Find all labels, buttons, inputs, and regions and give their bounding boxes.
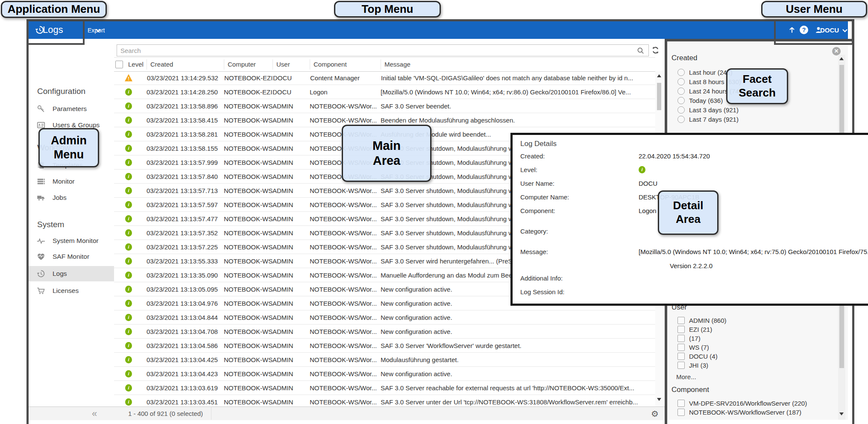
cell-computer: NOTEBOOK-WS bbox=[224, 131, 273, 138]
table-row[interactable]: 03/23/2021 13:14:29.532 NOTEBOOK-EZI DOC… bbox=[114, 71, 655, 85]
facet-option[interactable]: Last 7 days (921) bbox=[674, 114, 815, 124]
table-row[interactable]: 03/23/2021 13:13:04.586 NOTEBOOK-WS ADMI… bbox=[114, 339, 655, 353]
scrollbar-thumb[interactable] bbox=[657, 83, 661, 110]
menu-item-export[interactable]: Export bbox=[88, 27, 105, 34]
table-row[interactable]: 03/23/2021 13:13:04.844 NOTEBOOK-WS ADMI… bbox=[114, 310, 655, 325]
column-header-level[interactable]: Level bbox=[125, 59, 147, 70]
search-icon[interactable] bbox=[636, 47, 645, 55]
cell-created: 03/23/2021 13:13:04.425 bbox=[147, 356, 224, 363]
scroll-down-icon[interactable] bbox=[657, 398, 661, 401]
cell-user: ADMIN bbox=[273, 117, 310, 124]
upload-arrow-icon[interactable] bbox=[787, 25, 797, 35]
app-menu-title[interactable]: Logs bbox=[43, 24, 63, 35]
column-header-user[interactable]: User bbox=[273, 59, 310, 70]
level-icon bbox=[125, 286, 132, 293]
level-icon bbox=[125, 314, 132, 321]
sidebar-item-licenses[interactable]: Licenses bbox=[36, 283, 112, 298]
sidebar-item-monitor[interactable]: Monitor bbox=[36, 174, 112, 189]
column-header-created[interactable]: Created bbox=[147, 59, 224, 70]
collapse-sidebar-button[interactable]: « bbox=[92, 408, 97, 419]
cell-created: 03/23/2021 13:13:04.423 bbox=[147, 370, 224, 377]
table-row[interactable]: 03/23/2021 13:13:58.896 NOTEBOOK-WS ADMI… bbox=[114, 99, 655, 113]
facet-option[interactable]: WS (7) bbox=[674, 343, 815, 352]
scroll-down-icon[interactable] bbox=[839, 412, 844, 415]
cell-message: Beenden der Modulausführung abgeschlosse… bbox=[381, 117, 655, 124]
cell-user: ADMIN bbox=[273, 187, 310, 194]
checkbox-icon[interactable] bbox=[677, 353, 685, 360]
cell-computer: NOTEBOOK-WS bbox=[224, 356, 273, 363]
more-link[interactable]: More... bbox=[676, 373, 696, 380]
checkbox-icon[interactable] bbox=[677, 362, 685, 369]
radio-button-icon[interactable] bbox=[677, 88, 685, 95]
facet-option[interactable]: ADMIN (860) bbox=[674, 316, 815, 325]
cell-computer: NOTEBOOK-WS bbox=[224, 300, 273, 307]
pulse-icon bbox=[36, 236, 46, 246]
radio-button-icon[interactable] bbox=[677, 116, 685, 123]
column-header-message[interactable]: Message bbox=[381, 59, 655, 70]
table-row[interactable]: 03/23/2021 13:13:03.619 NOTEBOOK-WS ADMI… bbox=[114, 381, 655, 395]
user-menu-label[interactable]: DOCU bbox=[820, 26, 839, 34]
checkbox-icon[interactable] bbox=[677, 344, 685, 351]
scroll-up-icon[interactable] bbox=[657, 74, 661, 77]
search-input[interactable] bbox=[117, 44, 649, 56]
checkbox-icon[interactable] bbox=[677, 317, 685, 324]
checkbox-icon[interactable] bbox=[677, 400, 685, 407]
field-label: Additional Info: bbox=[520, 275, 563, 282]
facet-title-created: Created bbox=[672, 54, 697, 62]
key-icon bbox=[36, 104, 46, 114]
table-row[interactable]: 03/23/2021 13:13:03.451 NOTEBOOK-WS ADMI… bbox=[114, 395, 655, 406]
column-header-computer[interactable]: Computer bbox=[224, 59, 273, 70]
cell-component: NOTEBOOK-WS/Wor... bbox=[310, 243, 381, 251]
sidebar-item-system-monitor[interactable]: System Monitor bbox=[36, 233, 112, 249]
refresh-icon[interactable] bbox=[651, 45, 660, 55]
radio-button-icon[interactable] bbox=[677, 78, 685, 85]
select-all-checkbox[interactable] bbox=[115, 61, 123, 68]
table-row[interactable]: 03/23/2021 13:14:28.250 NOTEBOOK-EZI DOC… bbox=[114, 85, 655, 99]
facet-user-options[interactable]: ADMIN (860) EZI (21) (17) WS (7) DOCU (4… bbox=[674, 316, 815, 370]
cell-computer: NOTEBOOK-EZI bbox=[224, 88, 273, 96]
gear-icon[interactable]: ⚙ bbox=[651, 409, 659, 419]
level-icon bbox=[125, 88, 132, 96]
radio-button-icon[interactable] bbox=[677, 106, 685, 114]
checkbox-icon[interactable] bbox=[677, 335, 685, 342]
close-icon[interactable]: ✕ bbox=[832, 47, 841, 56]
level-icon bbox=[125, 342, 132, 349]
cell-component: NOTEBOOK-WS/Wor... bbox=[310, 215, 381, 222]
scroll-up-icon[interactable] bbox=[839, 57, 844, 60]
sidebar-item-logs[interactable]: Logs bbox=[29, 266, 122, 281]
facet-option[interactable]: EZI (21) bbox=[674, 325, 815, 334]
cell-created: 03/23/2021 13:13:57.225 bbox=[147, 243, 224, 251]
help-icon[interactable]: ? bbox=[800, 26, 808, 34]
cell-user: ADMIN bbox=[273, 229, 310, 237]
facet-option[interactable]: DOCU (4) bbox=[674, 352, 815, 361]
facet-option[interactable]: Last 3 days (921) bbox=[674, 105, 815, 114]
radio-button-icon[interactable] bbox=[677, 97, 685, 104]
cell-component: NOTEBOOK-WS/Wor... bbox=[310, 201, 381, 208]
cell-user: ADMIN bbox=[273, 286, 310, 293]
checkbox-icon[interactable] bbox=[677, 409, 685, 416]
sidebar-item-label: Licenses bbox=[53, 287, 79, 295]
level-icon bbox=[125, 131, 132, 138]
cell-computer: NOTEBOOK-WS bbox=[224, 342, 273, 349]
facet-option[interactable]: VM-DPE-SRV2016/WorkflowServer (220) bbox=[674, 399, 836, 408]
sidebar-item-saf-monitor[interactable]: SAF Monitor bbox=[36, 249, 112, 264]
radio-button-icon[interactable] bbox=[677, 69, 685, 76]
facet-option[interactable]: NOTEBOOK-WS/WorkflowServer (187) bbox=[674, 408, 836, 417]
facet-option[interactable]: JHI (3) bbox=[674, 361, 815, 370]
cell-computer: NOTEBOOK-WS bbox=[224, 159, 273, 166]
sidebar-item-jobs[interactable]: Jobs bbox=[36, 190, 112, 205]
table-row[interactable]: 03/23/2021 13:13:04.425 NOTEBOOK-WS ADMI… bbox=[114, 353, 655, 367]
cell-component: NOTEBOOK-WS/Wor... bbox=[310, 272, 381, 279]
cell-created: 03/23/2021 13:13:58.896 bbox=[147, 102, 224, 110]
table-row[interactable]: 03/23/2021 13:13:04.423 NOTEBOOK-WS ADMI… bbox=[114, 367, 655, 381]
column-header-component[interactable]: Component bbox=[310, 59, 381, 70]
facet-option[interactable]: (17) bbox=[674, 334, 815, 343]
sidebar-item-parameters[interactable]: Parameters bbox=[36, 101, 112, 117]
checkbox-icon[interactable] bbox=[677, 326, 685, 333]
cell-component: Content Manager bbox=[310, 74, 381, 82]
cell-user: ADMIN bbox=[273, 243, 310, 251]
facet-component-options[interactable]: VM-DPE-SRV2016/WorkflowServer (220) NOTE… bbox=[674, 399, 836, 417]
sidebar-section-configuration: Configuration bbox=[37, 87, 85, 96]
chevron-down-icon[interactable] bbox=[842, 28, 848, 33]
table-row[interactable]: 03/23/2021 13:13:04.708 NOTEBOOK-WS ADMI… bbox=[114, 325, 655, 339]
